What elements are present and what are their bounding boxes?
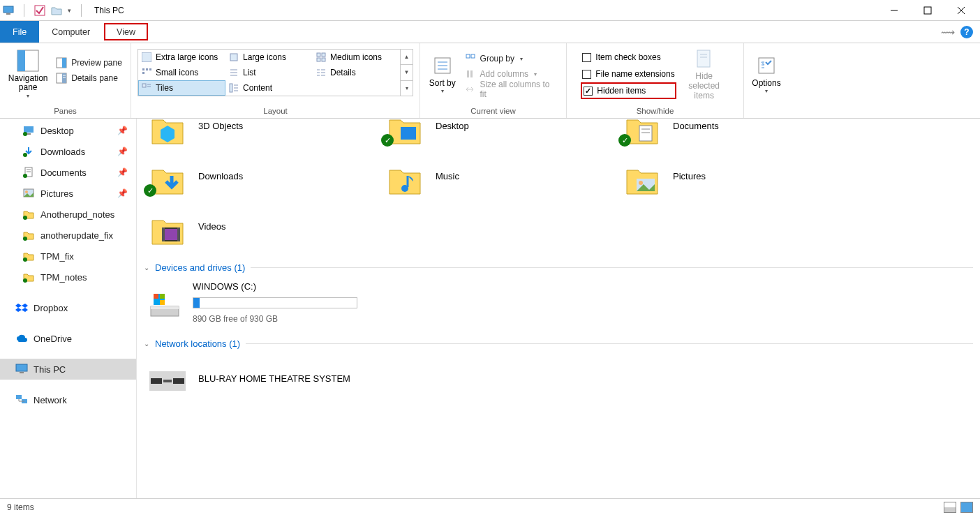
- layout-small[interactable]: Small icons: [138, 65, 225, 80]
- sidebar-item-folder[interactable]: TPM_fix: [0, 246, 136, 267]
- sidebar-item-onedrive[interactable]: OneDrive: [0, 328, 136, 349]
- drive-usage-fill: [193, 298, 200, 308]
- desktop-folder-icon: ✓: [385, 119, 424, 145]
- navigation-pane-button[interactable]: Navigation pane ▾: [6, 46, 50, 102]
- sidebar-item-folder[interactable]: anotherupdate_fix: [0, 225, 136, 246]
- sidebar-item-label: This PC: [34, 364, 66, 375]
- properties-checkbox-icon[interactable]: [34, 5, 45, 16]
- music-folder-icon: [385, 156, 424, 195]
- layout-large[interactable]: Large icons: [225, 50, 313, 65]
- layout-tiles[interactable]: Tiles: [138, 80, 225, 96]
- svg-rect-91: [154, 294, 158, 299]
- svg-rect-86: [162, 227, 165, 241]
- layout-extra-large[interactable]: Extra large icons: [138, 50, 225, 65]
- svg-rect-12: [62, 73, 66, 83]
- medium-icons-icon: [316, 52, 326, 62]
- folder-tile-documents[interactable]: ✓ Documents: [618, 119, 828, 148]
- sidebar-item-downloads[interactable]: Downloads📌: [0, 141, 136, 162]
- chevron-down-icon[interactable]: ▼: [401, 65, 413, 80]
- layout-gallery[interactable]: Extra large icons Large icons Medium ico…: [138, 49, 413, 96]
- network-device-tile[interactable]: BLU-RAY HOME THEATRE SYSTEM: [144, 356, 353, 401]
- svg-point-60: [23, 153, 27, 157]
- layout-content[interactable]: Content: [225, 80, 313, 96]
- sidebar-item-desktop[interactable]: Desktop📌: [0, 120, 136, 141]
- sidebar-item-pictures[interactable]: Pictures📌: [0, 183, 136, 204]
- sidebar-item-network[interactable]: Network: [0, 389, 136, 410]
- pictures-folder-icon: [623, 156, 662, 195]
- file-name-extensions-toggle[interactable]: File name extensions: [581, 66, 676, 82]
- svg-point-81: [401, 185, 408, 192]
- sidebar-item-label: Desktop: [40, 126, 74, 136]
- sidebar-item-label: TPM_fix: [40, 251, 74, 262]
- svg-rect-92: [160, 294, 165, 299]
- folder-tile-downloads[interactable]: ✓ Downloads: [144, 154, 353, 198]
- sidebar-item-documents[interactable]: Documents📌: [0, 162, 136, 183]
- layout-details[interactable]: Details: [313, 65, 400, 80]
- folder-tile-videos[interactable]: Videos: [144, 204, 353, 248]
- close-button[interactable]: [955, 4, 967, 17]
- ribbon-group-current-view: Sort by ▾ Group by▾ Add columns▾ Size al…: [420, 43, 567, 118]
- svg-point-70: [23, 278, 27, 283]
- tab-file[interactable]: File: [0, 21, 39, 43]
- desktop-icon: [22, 124, 35, 137]
- layout-list[interactable]: List: [225, 65, 313, 80]
- new-folder-icon[interactable]: [51, 5, 62, 16]
- chevron-down-icon: ▾: [441, 88, 444, 94]
- group-by-icon: [465, 53, 476, 64]
- layout-medium[interactable]: Medium icons: [313, 50, 400, 65]
- tiles-view-icon[interactable]: [960, 502, 973, 513]
- sidebar-item-folder[interactable]: Anotherupd_notes: [0, 204, 136, 225]
- tab-view[interactable]: View: [117, 27, 135, 37]
- details-pane-icon: [56, 73, 67, 84]
- svg-rect-53: [759, 58, 774, 73]
- size-columns-icon: [465, 84, 476, 95]
- group-header-devices[interactable]: ⌄ Devices and drives (1): [144, 262, 973, 273]
- content-pane[interactable]: 3D Objects ✓ Desktop ✓ Documents ✓ Downl…: [137, 119, 980, 498]
- folder-tile-3d-objects[interactable]: 3D Objects: [144, 119, 353, 148]
- preview-pane-button[interactable]: Preview pane: [53, 55, 125, 70]
- sidebar-item-label: TPM_notes: [40, 272, 87, 283]
- layout-gallery-spinner[interactable]: ▲▼▾: [400, 50, 413, 96]
- svg-rect-85: [163, 229, 179, 240]
- svg-point-66: [25, 191, 28, 193]
- group-label-panes: Panes: [54, 105, 77, 118]
- qat-dropdown-icon[interactable]: ▾: [68, 7, 71, 14]
- drive-tile-c[interactable]: WINDOWS (C:) 890 GB free of 930 GB: [144, 280, 353, 324]
- sidebar-item-this-pc[interactable]: This PC: [0, 359, 136, 380]
- sync-badge-icon: ✓: [381, 134, 394, 147]
- folder-tile-music[interactable]: Music: [381, 154, 591, 198]
- tile-label: Pictures: [673, 171, 706, 181]
- help-icon[interactable]: ?: [960, 26, 973, 38]
- tab-computer[interactable]: Computer: [39, 21, 103, 43]
- extra-large-icons-icon: [142, 52, 151, 62]
- folder-icon: [22, 271, 35, 283]
- hidden-items-toggle[interactable]: Hidden items: [581, 82, 676, 99]
- chevron-up-icon[interactable]: ▲: [401, 50, 413, 65]
- svg-rect-19: [317, 58, 320, 61]
- details-view-icon[interactable]: [944, 502, 956, 513]
- content-icon: [229, 83, 239, 93]
- main-area: Desktop📌 Downloads📌 Documents📌 Pictures📌…: [0, 119, 980, 498]
- pin-icon: 📌: [117, 126, 128, 135]
- preview-pane-icon: [56, 57, 67, 68]
- svg-rect-97: [173, 378, 184, 384]
- ribbon-group-panes: Navigation pane ▾ Preview pane Details p…: [0, 43, 131, 118]
- folder-tile-desktop[interactable]: ✓ Desktop: [381, 119, 591, 148]
- sidebar-item-folder[interactable]: TPM_notes: [0, 267, 136, 288]
- item-check-boxes-toggle[interactable]: Item check boxes: [581, 49, 676, 66]
- group-header-network[interactable]: ⌄ Network locations (1): [144, 338, 973, 349]
- folder-icon: [22, 208, 35, 221]
- svg-rect-24: [142, 72, 144, 74]
- details-pane-button[interactable]: Details pane: [53, 70, 125, 86]
- group-by-button[interactable]: Group by▾: [462, 51, 560, 66]
- sort-by-button[interactable]: Sort by ▾: [426, 46, 459, 102]
- chevron-more-icon[interactable]: ▾: [401, 81, 413, 96]
- folder-tile-pictures[interactable]: Pictures: [618, 154, 828, 198]
- sidebar-item-dropbox[interactable]: Dropbox: [0, 297, 136, 318]
- maximize-button[interactable]: [921, 4, 934, 17]
- svg-rect-98: [163, 380, 172, 382]
- collapse-ribbon-icon[interactable]: ⟿: [941, 27, 955, 38]
- minimize-button[interactable]: [888, 4, 900, 17]
- svg-point-83: [639, 181, 643, 185]
- options-button[interactable]: Options ▾: [748, 46, 785, 102]
